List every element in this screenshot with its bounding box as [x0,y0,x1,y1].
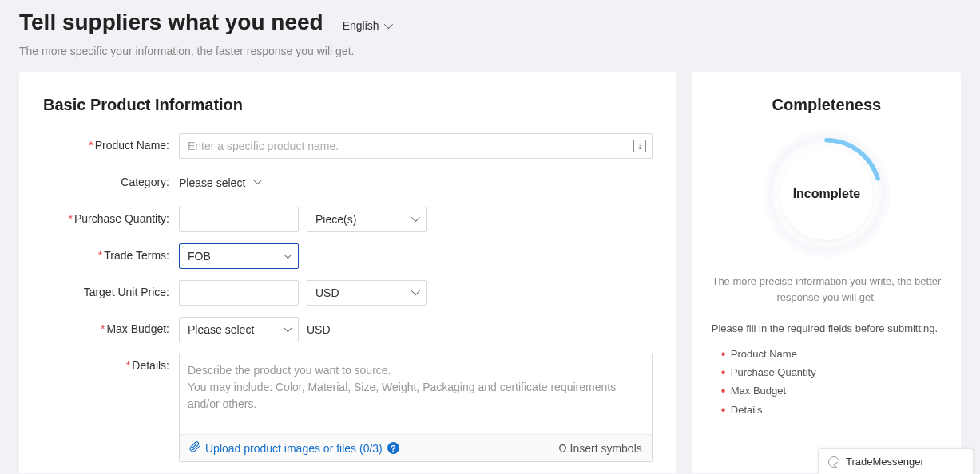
page-subtitle: The more specific your information, the … [19,45,961,57]
chat-icon [828,456,839,468]
required-field-item: Max Budget [721,381,942,400]
input-helper-icon[interactable]: ⇣ [633,140,646,152]
target-price-input[interactable] [179,280,299,306]
page-title: Tell suppliers what you need [19,10,323,35]
chevron-down-icon [383,20,392,29]
required-field-item: Product Name [721,345,942,363]
insert-symbols-link[interactable]: Ω Insert symbols [558,442,642,455]
trade-terms-select[interactable]: FOB [179,243,299,269]
chevron-down-icon [253,176,262,184]
completeness-card: Completeness Incomplete The more precise… [692,72,961,473]
upload-files-link[interactable]: Upload product images or files (0/3) ? [189,441,399,455]
max-budget-label: *Max Budget: [43,317,179,335]
chevron-down-icon [411,213,420,222]
target-price-currency-select[interactable]: USD [307,280,427,306]
required-field-item: Details [721,401,942,419]
purchase-qty-label: *Purchase Quantity: [43,207,179,225]
section-title: Basic Product Information [43,96,653,114]
language-select[interactable]: English [343,19,391,32]
category-select[interactable]: Please select [179,170,268,196]
chevron-down-icon [284,250,292,259]
max-budget-currency: USD [307,323,331,336]
completeness-gauge: Incomplete [763,130,891,258]
product-name-label: *Product Name: [43,133,179,152]
completeness-desc: The more precise information you write, … [712,274,942,305]
completeness-status: Incomplete [780,148,873,240]
trade-terms-label: *Trade Terms: [43,243,179,262]
max-budget-select[interactable]: Please select [179,317,299,342]
trade-messenger-widget[interactable]: TradeMessenger [818,448,974,474]
purchase-qty-unit-select[interactable]: Piece(s) [307,207,427,232]
completeness-note: Please fill in the required fields befor… [712,321,942,337]
required-field-item: Purchase Quantity [721,363,942,381]
help-icon[interactable]: ? [387,442,399,454]
purchase-qty-input[interactable] [179,207,299,232]
product-name-input[interactable] [179,133,653,159]
required-fields-list: Product Name Purchase Quantity Max Budge… [712,345,942,420]
target-price-label: Target Unit Price: [43,280,179,298]
details-textarea[interactable] [180,354,652,434]
paperclip-icon [189,441,200,455]
trade-messenger-label: TradeMessenger [846,456,924,468]
chevron-down-icon [284,323,292,332]
completeness-title: Completeness [712,96,942,114]
chevron-down-icon [411,286,420,295]
form-card: Basic Product Information *Product Name:… [19,72,676,473]
details-label: *Details: [43,354,179,372]
language-label: English [343,19,379,32]
category-label: Category: [43,170,179,188]
